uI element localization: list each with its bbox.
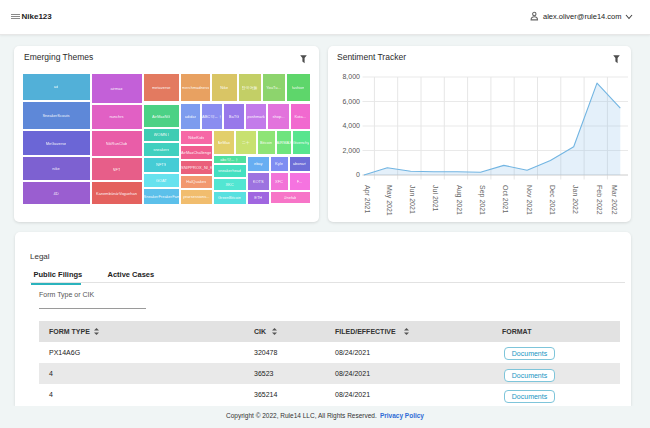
svg-text:Oct 2021: Oct 2021 <box>502 185 509 214</box>
svg-text:8,000: 8,000 <box>342 73 360 80</box>
svg-text:May 2021: May 2021 <box>384 185 392 216</box>
svg-text:4,000: 4,000 <box>342 122 360 129</box>
svg-text:Apr 2021: Apr 2021 <box>363 185 371 214</box>
svg-text:Feb 2022: Feb 2022 <box>595 185 602 215</box>
svg-text:0: 0 <box>356 171 360 178</box>
svg-text:Sep 2021: Sep 2021 <box>478 185 486 215</box>
svg-text:Jul 2021: Jul 2021 <box>432 185 439 212</box>
svg-text:Mar 2022: Mar 2022 <box>610 185 617 215</box>
svg-text:2,000: 2,000 <box>342 147 360 154</box>
svg-text:Jun 2021: Jun 2021 <box>409 185 416 214</box>
svg-text:6,000: 6,000 <box>342 98 360 105</box>
svg-text:Dec 2021: Dec 2021 <box>548 185 555 215</box>
svg-text:Nov 2021: Nov 2021 <box>525 185 532 215</box>
svg-text:Jan 2022: Jan 2022 <box>572 185 579 214</box>
svg-text:Aug 2021: Aug 2021 <box>454 185 462 215</box>
